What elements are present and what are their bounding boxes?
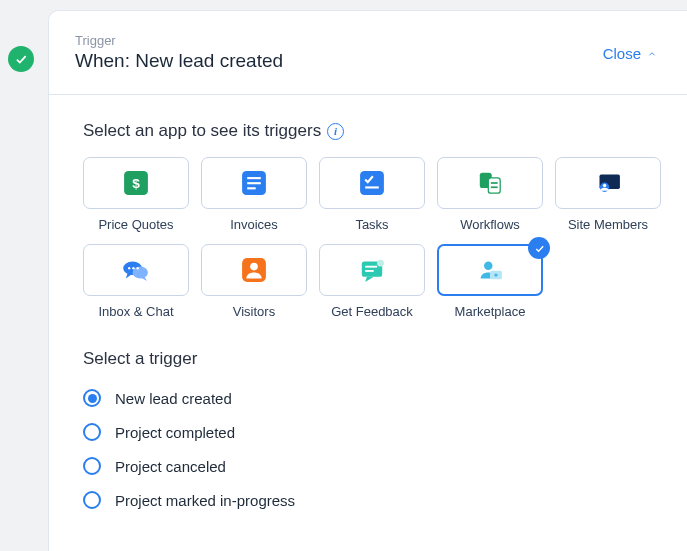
svg-point-16 bbox=[133, 267, 148, 279]
apps-section-label: Select an app to see its triggers i bbox=[83, 121, 653, 141]
app-label: Inbox & Chat bbox=[98, 304, 173, 319]
svg-rect-9 bbox=[488, 178, 500, 193]
app-item-workflows: Workflows bbox=[437, 157, 543, 232]
app-label: Marketplace bbox=[455, 304, 526, 319]
app-tile-inbox-chat[interactable] bbox=[83, 244, 189, 296]
apps-section-text: Select an app to see its triggers bbox=[83, 121, 321, 141]
trigger-option-new-lead-created[interactable]: New lead created bbox=[83, 389, 653, 407]
svg-text:$: $ bbox=[132, 176, 140, 191]
svg-rect-4 bbox=[247, 182, 261, 184]
svg-point-19 bbox=[137, 267, 139, 269]
app-label: Get Feedback bbox=[331, 304, 413, 319]
radio-icon bbox=[83, 423, 101, 441]
workflows-icon bbox=[473, 166, 507, 200]
app-tile-marketplace[interactable] bbox=[437, 244, 543, 296]
trigger-panel: Trigger When: New lead created Close Sel… bbox=[48, 10, 687, 551]
app-tile-visitors[interactable] bbox=[201, 244, 307, 296]
visitors-icon bbox=[237, 253, 271, 287]
chevron-up-icon bbox=[647, 49, 657, 59]
inbox-chat-icon bbox=[119, 253, 153, 287]
svg-point-17 bbox=[128, 267, 130, 269]
trigger-option-project-marked-in-progress[interactable]: Project marked in-progress bbox=[83, 491, 653, 509]
panel-body: Select an app to see its triggers i $Pri… bbox=[49, 95, 687, 509]
selected-check-icon bbox=[528, 237, 550, 259]
app-label: Visitors bbox=[233, 304, 275, 319]
app-tile-tasks[interactable] bbox=[319, 157, 425, 209]
app-item-price-quotes: $Price Quotes bbox=[83, 157, 189, 232]
app-tile-invoices[interactable] bbox=[201, 157, 307, 209]
app-item-marketplace: Marketplace bbox=[437, 244, 543, 319]
app-label: Workflows bbox=[460, 217, 520, 232]
svg-rect-10 bbox=[491, 182, 498, 184]
svg-point-25 bbox=[377, 260, 384, 267]
invoices-icon bbox=[237, 166, 271, 200]
trigger-label: Project completed bbox=[115, 424, 235, 441]
triggers-section-label: Select a trigger bbox=[83, 349, 653, 369]
app-item-inbox-chat: Inbox & Chat bbox=[83, 244, 189, 319]
check-icon bbox=[14, 52, 28, 66]
stage: Trigger When: New lead created Close Sel… bbox=[0, 0, 687, 551]
svg-point-21 bbox=[250, 263, 258, 271]
svg-rect-6 bbox=[360, 171, 384, 195]
svg-rect-24 bbox=[365, 270, 374, 272]
app-label: Site Members bbox=[568, 217, 648, 232]
triggers-section-text: Select a trigger bbox=[83, 349, 197, 369]
close-button[interactable]: Close bbox=[603, 33, 657, 62]
get-feedback-icon bbox=[355, 253, 389, 287]
svg-rect-11 bbox=[491, 186, 498, 188]
trigger-label: New lead created bbox=[115, 390, 232, 407]
radio-icon bbox=[83, 389, 101, 407]
app-tile-price-quotes[interactable]: $ bbox=[83, 157, 189, 209]
trigger-label: Project marked in-progress bbox=[115, 492, 295, 509]
app-label: Price Quotes bbox=[98, 217, 173, 232]
radio-icon bbox=[83, 457, 101, 475]
svg-rect-7 bbox=[365, 186, 379, 188]
svg-point-18 bbox=[132, 267, 134, 269]
svg-point-28 bbox=[494, 273, 497, 276]
svg-point-14 bbox=[603, 184, 606, 187]
triggers-section: Select a trigger New lead createdProject… bbox=[83, 349, 653, 509]
panel-eyebrow: Trigger bbox=[75, 33, 283, 48]
panel-title: When: New lead created bbox=[75, 50, 283, 72]
tasks-icon bbox=[355, 166, 389, 200]
trigger-list: New lead createdProject completedProject… bbox=[83, 389, 653, 509]
step-complete-badge bbox=[8, 46, 34, 72]
info-icon[interactable]: i bbox=[327, 123, 344, 140]
app-label: Invoices bbox=[230, 217, 278, 232]
app-tile-site-members[interactable] bbox=[555, 157, 661, 209]
close-label: Close bbox=[603, 45, 641, 62]
trigger-option-project-canceled[interactable]: Project canceled bbox=[83, 457, 653, 475]
site-members-icon bbox=[591, 166, 625, 200]
app-tile-workflows[interactable] bbox=[437, 157, 543, 209]
svg-point-26 bbox=[484, 262, 493, 271]
app-tile-get-feedback[interactable] bbox=[319, 244, 425, 296]
svg-rect-5 bbox=[247, 187, 256, 189]
trigger-label: Project canceled bbox=[115, 458, 226, 475]
svg-rect-3 bbox=[247, 177, 261, 179]
app-item-invoices: Invoices bbox=[201, 157, 307, 232]
price-quotes-icon: $ bbox=[119, 166, 153, 200]
app-item-tasks: Tasks bbox=[319, 157, 425, 232]
panel-header: Trigger When: New lead created Close bbox=[49, 11, 687, 95]
radio-icon bbox=[83, 491, 101, 509]
svg-rect-23 bbox=[365, 266, 377, 268]
app-item-get-feedback: Get Feedback bbox=[319, 244, 425, 319]
panel-title-group: Trigger When: New lead created bbox=[75, 33, 283, 72]
app-grid: $Price QuotesInvoicesTasksWorkflowsSite … bbox=[83, 157, 653, 319]
app-item-visitors: Visitors bbox=[201, 244, 307, 319]
app-label: Tasks bbox=[355, 217, 388, 232]
app-item-site-members: Site Members bbox=[555, 157, 661, 232]
marketplace-icon bbox=[473, 253, 507, 287]
trigger-option-project-completed[interactable]: Project completed bbox=[83, 423, 653, 441]
